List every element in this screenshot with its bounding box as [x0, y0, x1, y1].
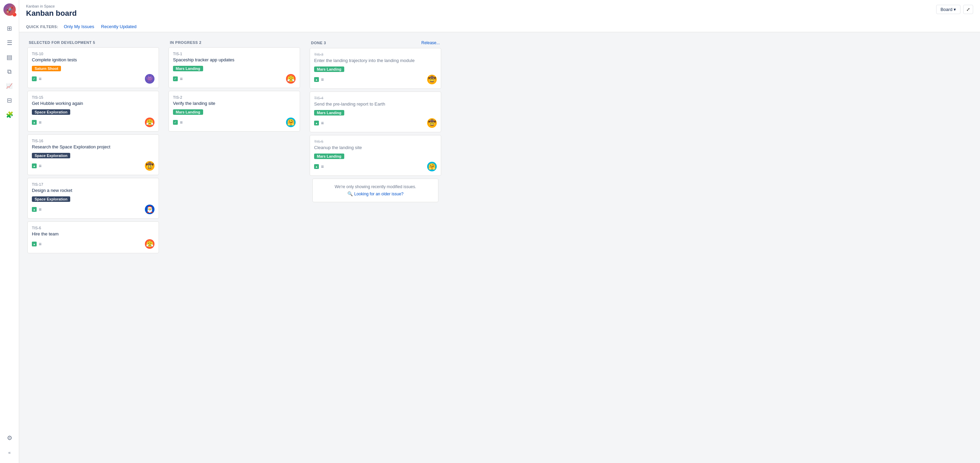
board-nav-icon[interactable]: ⊞ [3, 22, 16, 35]
card-title: Research the Space Exploration project [32, 144, 154, 149]
lines-icon: ≡ [321, 164, 324, 169]
card-id: TIS-10 [32, 52, 154, 56]
checkbox-icon[interactable]: ✓ [173, 120, 178, 125]
reports-nav-icon[interactable]: 📈 [3, 80, 16, 92]
column-title-done: DONE 3 [311, 41, 326, 45]
collapse-nav-icon[interactable]: « [3, 446, 16, 458]
column-action-done[interactable]: Release... [421, 40, 440, 45]
card-id: TIS-2 [173, 95, 296, 99]
card-title: Complete ignition tests [32, 57, 154, 62]
list-nav-icon[interactable]: ☰ [3, 37, 16, 49]
card-id: TIS-6 [32, 226, 154, 230]
card[interactable]: TIS-17Design a new rocketSpace Explorati… [27, 178, 159, 219]
card-tag[interactable]: Space Exploration [32, 109, 70, 115]
info-text: We're only showing recently modified iss… [318, 184, 433, 189]
avatar: 🤠 [427, 75, 437, 84]
card-icons: ▲≡ [32, 207, 41, 212]
lines-icon: ≡ [39, 76, 41, 81]
card-tag[interactable]: Mars Landing [314, 110, 344, 115]
column-title-inprogress: IN PROGRESS 2 [170, 40, 201, 45]
project-name: Kanban in Space [26, 4, 973, 8]
avatar: 😤 [145, 118, 154, 127]
card-id: TIS-17 [32, 182, 154, 187]
column-selected: SELECTED FOR DEVELOPMENT 5TIS-10Complete… [25, 38, 162, 458]
board-dropdown-button[interactable]: Board ▾ [936, 5, 961, 14]
card-tag[interactable]: Space Exploration [32, 196, 70, 202]
avatar: 👾 [145, 74, 154, 84]
column-title-selected: SELECTED FOR DEVELOPMENT 5 [29, 40, 95, 45]
avatar: 🤠 [427, 118, 437, 128]
backlog-nav-icon[interactable]: ▤ [3, 51, 16, 64]
card-footer: ▲≡🤠 [32, 161, 154, 171]
card[interactable]: TIS-1Spaceship tracker app updatesMars L… [169, 47, 300, 88]
info-link[interactable]: 🔍 Looking for an older issue? [318, 191, 433, 196]
card-icons: ▲≡ [32, 120, 41, 125]
checkbox-icon[interactable]: ✓ [32, 77, 37, 81]
card[interactable]: TIS-16Research the Space Exploration pro… [27, 134, 159, 175]
settings-nav-icon[interactable]: ⚙ [3, 432, 16, 444]
card-footer: ▲≡😤 [32, 118, 154, 127]
card-tag[interactable]: Mars Landing [314, 67, 344, 72]
card-tag[interactable]: Space Exploration [32, 153, 70, 158]
layers-nav-icon[interactable]: ⧉ [3, 65, 16, 78]
card-footer: ▲≡🤠 [314, 118, 437, 128]
page-title: Kanban board [26, 9, 973, 18]
card-footer: ✓≡😤 [173, 74, 296, 84]
expand-button[interactable]: ⤢ [963, 5, 973, 14]
lines-icon: ≡ [180, 120, 183, 125]
card[interactable]: TIS-15Get Hubble working againSpace Expl… [27, 91, 159, 132]
lines-icon: ≡ [321, 120, 324, 126]
only-my-issues-filter[interactable]: Only My Issues [62, 23, 95, 30]
card[interactable]: TIS-5Cleanup the landing siteMars Landin… [310, 135, 441, 176]
card-title: Design a new rocket [32, 188, 154, 193]
avatar: 🤗 [427, 162, 437, 171]
card-icons: ✓≡ [173, 76, 183, 81]
card-title: Spaceship tracker app updates [173, 57, 296, 62]
sidebar: 🚀 ⊞ ☰ ▤ ⧉ 📈 ⊟ 🧩 ⚙ « [0, 0, 19, 463]
lines-icon: ≡ [39, 163, 41, 169]
story-icon: ▲ [314, 164, 319, 169]
grid-nav-icon[interactable]: ⊟ [3, 94, 16, 107]
card-id: TIS-5 [314, 139, 437, 144]
avatar: 🎅 [145, 204, 154, 214]
card[interactable]: TIS-2Verify the landing siteMars Landing… [169, 91, 300, 132]
column-inprogress: IN PROGRESS 2TIS-1Spaceship tracker app … [166, 38, 303, 458]
column-cards-done: TIS-3Enter the landing trajectory into t… [307, 48, 444, 458]
column-cards-selected: TIS-10Complete ignition testsSaturn Shoo… [25, 47, 162, 458]
lines-icon: ≡ [39, 120, 41, 125]
card[interactable]: TIS-10Complete ignition testsSaturn Shoo… [27, 47, 159, 88]
lines-icon: ≡ [180, 76, 183, 81]
card-tag[interactable]: Saturn Shoot [32, 66, 61, 71]
info-box: We're only showing recently modified iss… [312, 179, 438, 202]
card[interactable]: TIS-6Hire the team▲≡😤 [27, 221, 159, 253]
column-header-done: DONE 3Release... [307, 38, 444, 48]
card-title: Cleanup the landing site [314, 145, 437, 150]
card-tag[interactable]: Mars Landing [314, 153, 344, 159]
puzzle-nav-icon[interactable]: 🧩 [3, 109, 16, 121]
card-title: Send the pre-landing report to Earth [314, 101, 437, 107]
recently-updated-filter[interactable]: Recently Updated [100, 23, 138, 30]
card-icons: ▲≡ [32, 241, 41, 247]
card-icons: ✓≡ [32, 76, 41, 81]
quick-filters-bar: QUICK FILTERS: Only My Issues Recently U… [26, 21, 973, 32]
lines-icon: ≡ [39, 207, 41, 212]
column-header-selected: SELECTED FOR DEVELOPMENT 5 [25, 38, 162, 47]
story-icon: ▲ [314, 121, 319, 125]
card[interactable]: TIS-3Enter the landing trajectory into t… [310, 48, 441, 89]
card-id: TIS-3 [314, 53, 437, 57]
card[interactable]: TIS-4Send the pre-landing report to Eart… [310, 91, 441, 132]
column-header-inprogress: IN PROGRESS 2 [166, 38, 303, 47]
checkbox-icon[interactable]: ✓ [173, 77, 178, 81]
card-tag[interactable]: Mars Landing [173, 66, 203, 71]
card-icons: ✓≡ [173, 120, 183, 125]
avatar: 🤗 [286, 118, 296, 127]
card-icons: ▲≡ [314, 77, 324, 82]
card-id: TIS-4 [314, 96, 437, 100]
card-footer: ▲≡🤗 [314, 162, 437, 171]
card-title: Get Hubble working again [32, 101, 154, 106]
app-logo[interactable]: 🚀 [3, 3, 16, 16]
board-area: SELECTED FOR DEVELOPMENT 5TIS-10Complete… [19, 32, 980, 463]
lines-icon: ≡ [39, 241, 41, 247]
card-tag[interactable]: Mars Landing [173, 109, 203, 115]
card-footer: ✓≡🤗 [173, 118, 296, 127]
